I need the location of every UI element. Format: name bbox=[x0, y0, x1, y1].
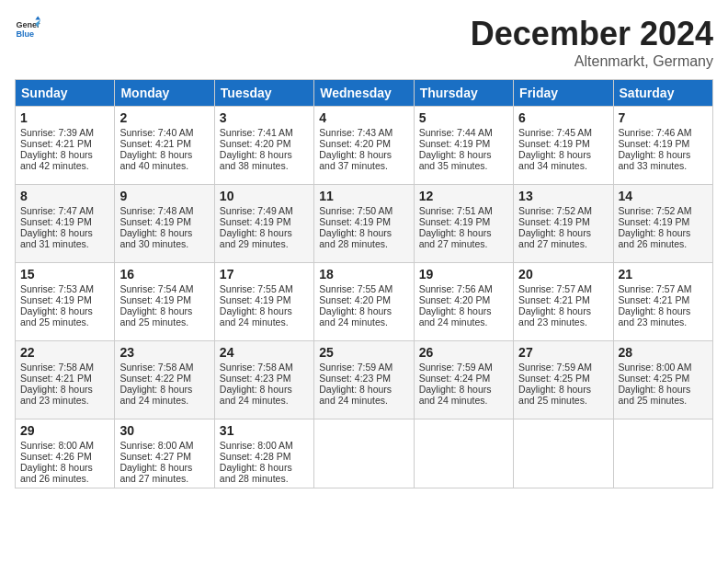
calendar-cell: 12Sunrise: 7:51 AMSunset: 4:19 PMDayligh… bbox=[414, 185, 513, 263]
calendar-cell: 13Sunrise: 7:52 AMSunset: 4:19 PMDayligh… bbox=[514, 185, 613, 263]
col-header-thursday: Thursday bbox=[414, 80, 513, 107]
day-number: 29 bbox=[20, 423, 109, 438]
day-info-line: Daylight: 8 hours bbox=[319, 305, 408, 316]
day-info-line: and 23 minutes. bbox=[518, 316, 608, 327]
day-number: 20 bbox=[518, 267, 608, 282]
svg-text:Blue: Blue bbox=[16, 29, 34, 39]
day-info-line: Daylight: 8 hours bbox=[319, 149, 408, 160]
day-info-line: Daylight: 8 hours bbox=[419, 384, 508, 395]
day-info-line: Sunrise: 7:43 AM bbox=[319, 127, 408, 138]
calendar-cell: 24Sunrise: 7:58 AMSunset: 4:23 PMDayligh… bbox=[214, 341, 313, 419]
day-info-line: Sunrise: 8:00 AM bbox=[619, 362, 708, 373]
day-info-line: Sunrise: 7:51 AM bbox=[419, 205, 508, 216]
calendar-cell: 27Sunrise: 7:59 AMSunset: 4:25 PMDayligh… bbox=[514, 341, 613, 419]
calendar-cell: 30Sunrise: 8:00 AMSunset: 4:27 PMDayligh… bbox=[115, 419, 214, 488]
day-info-line: Daylight: 8 hours bbox=[619, 227, 708, 238]
calendar-cell bbox=[414, 419, 513, 488]
day-info-line: Sunset: 4:20 PM bbox=[319, 294, 408, 305]
day-info-line: Sunset: 4:19 PM bbox=[518, 138, 608, 149]
day-number: 2 bbox=[119, 110, 209, 125]
day-info-line: Daylight: 8 hours bbox=[20, 227, 109, 238]
day-number: 16 bbox=[119, 267, 209, 282]
day-info-line: and 24 minutes. bbox=[419, 316, 508, 327]
day-info-line: and 25 minutes. bbox=[619, 395, 708, 406]
header: General Blue December 2024 Altenmarkt, G… bbox=[15, 15, 713, 70]
day-info-line: Daylight: 8 hours bbox=[20, 149, 109, 160]
day-info-line: Sunrise: 7:41 AM bbox=[220, 127, 309, 138]
day-info-line: Sunrise: 8:00 AM bbox=[119, 440, 209, 451]
day-info-line: Sunrise: 7:59 AM bbox=[319, 362, 408, 373]
day-info-line: Sunrise: 7:46 AM bbox=[619, 127, 708, 138]
calendar-cell: 17Sunrise: 7:55 AMSunset: 4:19 PMDayligh… bbox=[214, 263, 313, 341]
calendar-cell bbox=[314, 419, 414, 488]
day-info-line: Daylight: 8 hours bbox=[619, 384, 708, 395]
day-info-line: Sunrise: 7:40 AM bbox=[119, 127, 209, 138]
day-info-line: Sunrise: 7:55 AM bbox=[319, 283, 408, 294]
day-info-line: Sunset: 4:21 PM bbox=[20, 138, 109, 149]
calendar-cell: 21Sunrise: 7:57 AMSunset: 4:21 PMDayligh… bbox=[613, 263, 712, 341]
day-info-line: Sunrise: 7:58 AM bbox=[119, 362, 209, 373]
day-number: 23 bbox=[119, 345, 209, 360]
day-number: 22 bbox=[20, 345, 109, 360]
day-info-line: Daylight: 8 hours bbox=[619, 305, 708, 316]
day-info-line: Daylight: 8 hours bbox=[518, 384, 608, 395]
location-title: Altenmarkt, Germany bbox=[471, 53, 713, 70]
title-area: December 2024 Altenmarkt, Germany bbox=[471, 15, 713, 70]
calendar-cell: 28Sunrise: 8:00 AMSunset: 4:25 PMDayligh… bbox=[613, 341, 712, 419]
day-info-line: Sunset: 4:19 PM bbox=[220, 294, 309, 305]
day-info-line: Sunrise: 7:59 AM bbox=[419, 362, 508, 373]
day-info-line: and 33 minutes. bbox=[619, 160, 708, 171]
day-info-line: Sunset: 4:19 PM bbox=[220, 216, 309, 227]
day-info-line: Sunrise: 7:48 AM bbox=[119, 205, 209, 216]
day-info-line: Daylight: 8 hours bbox=[419, 227, 508, 238]
col-header-saturday: Saturday bbox=[613, 80, 712, 107]
day-info-line: Sunset: 4:28 PM bbox=[220, 451, 309, 462]
day-info-line: Sunset: 4:22 PM bbox=[119, 373, 209, 384]
day-number: 14 bbox=[619, 189, 708, 203]
day-info-line: Daylight: 8 hours bbox=[220, 462, 309, 473]
calendar-cell: 16Sunrise: 7:54 AMSunset: 4:19 PMDayligh… bbox=[115, 263, 214, 341]
day-info-line: Sunrise: 7:59 AM bbox=[518, 362, 608, 373]
day-number: 7 bbox=[619, 110, 708, 125]
day-info-line: Daylight: 8 hours bbox=[119, 384, 209, 395]
calendar-cell: 10Sunrise: 7:49 AMSunset: 4:19 PMDayligh… bbox=[214, 185, 313, 263]
day-number: 18 bbox=[319, 267, 408, 282]
day-info-line: Sunrise: 7:52 AM bbox=[619, 205, 708, 216]
day-info-line: Sunrise: 7:57 AM bbox=[518, 283, 608, 294]
calendar-cell: 8Sunrise: 7:47 AMSunset: 4:19 PMDaylight… bbox=[16, 185, 115, 263]
calendar-cell: 9Sunrise: 7:48 AMSunset: 4:19 PMDaylight… bbox=[115, 185, 214, 263]
day-info-line: and 24 minutes. bbox=[119, 395, 209, 406]
day-info-line: Sunset: 4:20 PM bbox=[319, 138, 408, 149]
calendar-cell bbox=[514, 419, 613, 488]
day-number: 13 bbox=[518, 189, 608, 203]
calendar-cell: 25Sunrise: 7:59 AMSunset: 4:23 PMDayligh… bbox=[314, 341, 414, 419]
day-info-line: Daylight: 8 hours bbox=[319, 384, 408, 395]
day-info-line: and 35 minutes. bbox=[419, 160, 508, 171]
day-info-line: Daylight: 8 hours bbox=[220, 305, 309, 316]
day-info-line: and 23 minutes. bbox=[20, 395, 109, 406]
calendar-cell: 1Sunrise: 7:39 AMSunset: 4:21 PMDaylight… bbox=[16, 107, 115, 185]
day-info-line: Sunrise: 7:55 AM bbox=[220, 283, 309, 294]
day-info-line: and 24 minutes. bbox=[220, 316, 309, 327]
day-info-line: Daylight: 8 hours bbox=[119, 462, 209, 473]
day-info-line: Sunset: 4:20 PM bbox=[220, 138, 309, 149]
day-number: 4 bbox=[319, 110, 408, 125]
day-info-line: Sunset: 4:24 PM bbox=[419, 373, 508, 384]
day-info-line: Sunrise: 7:53 AM bbox=[20, 283, 109, 294]
day-number: 24 bbox=[220, 345, 309, 360]
day-number: 25 bbox=[319, 345, 408, 360]
day-info-line: and 27 minutes. bbox=[419, 238, 508, 249]
calendar-cell: 26Sunrise: 7:59 AMSunset: 4:24 PMDayligh… bbox=[414, 341, 513, 419]
day-info-line: Sunset: 4:21 PM bbox=[119, 138, 209, 149]
calendar-cell: 11Sunrise: 7:50 AMSunset: 4:19 PMDayligh… bbox=[314, 185, 414, 263]
day-number: 5 bbox=[419, 110, 508, 125]
day-number: 15 bbox=[20, 267, 109, 282]
day-info-line: and 27 minutes. bbox=[518, 238, 608, 249]
calendar-cell: 6Sunrise: 7:45 AMSunset: 4:19 PMDaylight… bbox=[514, 107, 613, 185]
col-header-friday: Friday bbox=[514, 80, 613, 107]
day-info-line: and 38 minutes. bbox=[220, 160, 309, 171]
day-info-line: Sunrise: 7:45 AM bbox=[518, 127, 608, 138]
day-info-line: Sunset: 4:25 PM bbox=[518, 373, 608, 384]
day-info-line: Sunrise: 7:39 AM bbox=[20, 127, 109, 138]
day-info-line: Sunset: 4:23 PM bbox=[220, 373, 309, 384]
